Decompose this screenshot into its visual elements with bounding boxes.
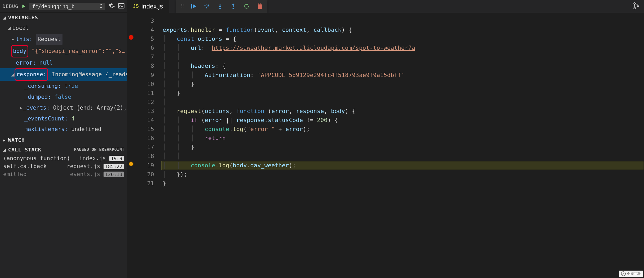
var-maxlisteners[interactable]: maxListeners: undefined	[0, 124, 127, 135]
code-content[interactable]: exports.handler = function(event, contex…	[158, 13, 644, 278]
svg-rect-5	[258, 4, 262, 9]
variables-tree: ◢ Local ▸ this: Request body "{"showapi_…	[0, 22, 127, 135]
var-response[interactable]: ◢ response: IncomingMessage {_reada…	[0, 68, 127, 81]
svg-point-3	[219, 7, 221, 9]
callstack-frame[interactable]: (anonymous function) index.js 19:9	[0, 154, 127, 162]
var-events[interactable]: ▸_events: Object {end: Array(2), …	[0, 102, 127, 113]
scope-local[interactable]: ◢ Local	[0, 23, 127, 34]
breakpoint-icon[interactable]	[129, 35, 133, 40]
variables-section-header[interactable]: ◢VARIABLES	[0, 13, 127, 22]
var-eventscount[interactable]: _eventsCount: 4	[0, 113, 127, 124]
chevron-down-icon: ◢	[3, 14, 6, 21]
chevron-down-icon: ◢	[11, 69, 15, 80]
start-debug-button[interactable]	[21, 4, 26, 9]
svg-rect-1	[191, 4, 192, 8]
var-error[interactable]: error: null	[0, 57, 127, 68]
continue-button[interactable]	[191, 3, 196, 9]
var-dumped[interactable]: _dumped: false	[0, 92, 127, 102]
chevron-down-icon: ◢	[3, 146, 6, 153]
js-file-icon: JS	[133, 3, 139, 9]
svg-point-6	[634, 3, 636, 5]
chevron-right-icon: ▸	[11, 34, 16, 45]
step-over-button[interactable]	[204, 3, 210, 9]
debug-config-dropdown[interactable]: fc/debugging_b	[29, 3, 105, 10]
line-gutter: 3 4 5 6 7 8 9 10 11 12 13 14 15 16 17 18…	[127, 13, 158, 278]
step-out-button[interactable]	[230, 3, 236, 9]
var-this[interactable]: ▸ this: Request	[0, 34, 127, 45]
debug-title: DEBUG	[3, 3, 18, 9]
code-editor[interactable]: 3 4 5 6 7 8 9 10 11 12 13 14 15 16 17 18…	[127, 13, 644, 278]
tab-filename: index.js	[141, 3, 163, 10]
chevron-down-icon: ◢	[7, 23, 12, 34]
debug-toolbar: ⠿	[176, 0, 267, 13]
debug-console-icon[interactable]	[118, 3, 124, 10]
dropdown-chevron-icon	[100, 3, 103, 9]
stop-button[interactable]	[257, 3, 263, 9]
step-into-button[interactable]	[217, 3, 223, 9]
var-body[interactable]: body "{"showapi_res_error":"","s…	[0, 45, 127, 57]
watch-section-header[interactable]: ▸WATCH	[0, 135, 127, 145]
callstack-status: PAUSED ON BREAKPOINT	[74, 147, 124, 152]
editor-tab[interactable]: JS index.js	[127, 0, 169, 13]
var-consuming[interactable]: _consuming: true	[0, 81, 127, 92]
watermark: X创新互联	[619, 271, 643, 277]
current-breakpoint-icon[interactable]	[129, 162, 133, 166]
callstack-frame[interactable]: emitTwo events.js 126:13	[0, 170, 127, 178]
source-control-icon[interactable]	[633, 2, 640, 10]
svg-rect-0	[118, 3, 124, 8]
svg-point-4	[232, 7, 234, 9]
callstack-frame[interactable]: self.callback request.js 185:22	[0, 162, 127, 170]
restart-button[interactable]	[244, 3, 249, 9]
svg-point-7	[634, 7, 636, 9]
callstack-section-header[interactable]: ◢CALL STACK PAUSED ON BREAKPOINT	[0, 145, 127, 154]
grip-icon[interactable]: ⠿	[181, 4, 183, 9]
chevron-right-icon: ▸	[20, 102, 23, 113]
chevron-right-icon: ▸	[3, 137, 6, 143]
debug-config-name: fc/debugging_b	[32, 3, 74, 9]
gear-icon[interactable]	[109, 3, 115, 10]
svg-point-2	[206, 7, 208, 8]
